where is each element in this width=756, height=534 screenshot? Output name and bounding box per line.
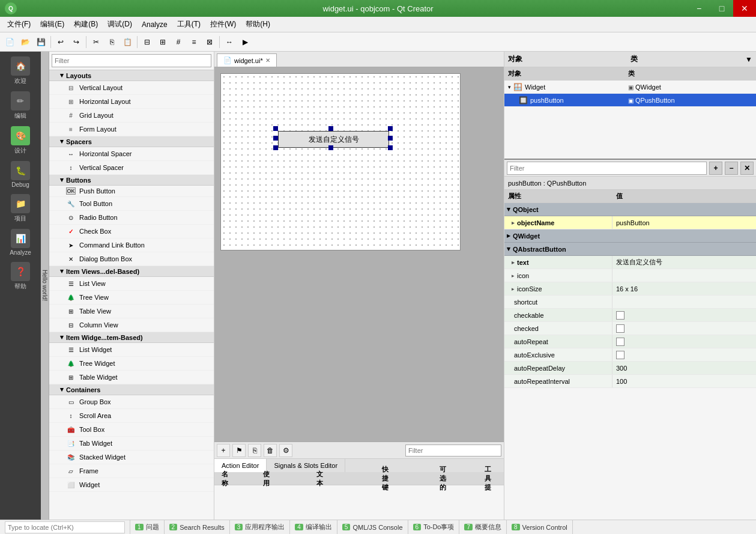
prop-iconsize-val[interactable]: 16 x 16	[612, 282, 756, 295]
prop-checkable-val[interactable]	[612, 309, 756, 321]
item-tab-widget[interactable]: 📑 Tab Widget	[49, 437, 214, 451]
prop-autorepeat-val[interactable]	[612, 335, 756, 348]
handle-bl[interactable]	[273, 145, 278, 150]
status-problems[interactable]: 1 问题	[130, 520, 165, 534]
sidebar-item-analyze[interactable]: 📊 Analyze	[2, 226, 38, 258]
menu-edit[interactable]: 编辑(E)	[35, 17, 69, 31]
selected-button[interactable]: 发送自定义信号	[278, 131, 389, 148]
category-spacers[interactable]: ▾ Spacers	[49, 136, 214, 147]
sidebar-item-projects[interactable]: 📁 项目	[2, 192, 38, 225]
category-containers[interactable]: ▾ Containers	[49, 384, 214, 395]
item-form-layout[interactable]: ≡ Form Layout	[49, 123, 214, 136]
status-compile-output[interactable]: 4 编译输出	[290, 520, 337, 534]
prop-autoexclusive-val[interactable]	[612, 348, 756, 361]
sidebar-item-edit[interactable]: ✏ 编辑	[2, 89, 38, 123]
copy-button[interactable]: ⎘	[104, 35, 119, 49]
item-list-view[interactable]: ☰ List View	[49, 277, 214, 291]
menu-help[interactable]: 帮助(H)	[241, 17, 275, 31]
prop-autorepeatdelay-val[interactable]: 300	[612, 362, 756, 374]
redo-button[interactable]: ↪	[69, 35, 83, 49]
sidebar-item-debug[interactable]: 🐛 Debug	[2, 159, 38, 190]
group-qobject[interactable]: ▾ QObject	[504, 203, 756, 216]
item-frame[interactable]: ▱ Frame	[49, 464, 214, 478]
status-app-output[interactable]: 3 应用程序输出	[230, 520, 291, 534]
category-item-widgets[interactable]: ▾ Item Widge...tem-Based)	[49, 332, 214, 343]
sidebar-item-help[interactable]: ❓ 帮助	[2, 259, 38, 293]
menu-tools[interactable]: 工具(T)	[172, 17, 205, 31]
item-horizontal-layout[interactable]: ⊞ Horizontal Layout	[49, 95, 214, 109]
handle-tr[interactable]	[388, 126, 393, 131]
props-minus-btn[interactable]: −	[725, 162, 738, 175]
prop-icon-val[interactable]	[612, 269, 756, 282]
item-command-link[interactable]: ➤ Command Link Button	[49, 238, 214, 252]
layout-h-button[interactable]: ⊟	[140, 35, 154, 49]
sidebar-item-welcome[interactable]: 🏠 欢迎	[2, 54, 38, 88]
item-list-widget[interactable]: ☰ List Widget	[49, 343, 214, 357]
item-check-box[interactable]: ✓ Check Box	[49, 225, 214, 238]
tab-widget-ui[interactable]: 📄 widget.ui* ✕	[217, 53, 277, 67]
status-qml-console[interactable]: 5 QML/JS Console	[337, 520, 408, 534]
design-canvas[interactable]: 发送自定义信号	[220, 73, 461, 250]
action-new-btn[interactable]: +	[217, 444, 230, 457]
item-grid-layout[interactable]: # Grid Layout	[49, 109, 214, 123]
item-dialog-button[interactable]: ✕ Dialog Button Box	[49, 252, 214, 266]
prop-text-val[interactable]: 发送自定义信号	[612, 256, 756, 269]
preview-button[interactable]: ▶	[238, 35, 252, 49]
new-button[interactable]: 📄	[2, 35, 17, 49]
item-tree-view[interactable]: 🌲 Tree View	[49, 291, 214, 305]
item-column-view[interactable]: ⊟ Column View	[49, 318, 214, 332]
maximize-button[interactable]: □	[710, 0, 733, 17]
autorepeat-checkbox[interactable]	[616, 338, 624, 346]
layout-form-button[interactable]: ≡	[187, 35, 201, 49]
adjust-size-button[interactable]: ↔	[222, 35, 237, 49]
autoexclusive-checkbox[interactable]	[616, 351, 624, 359]
status-summary[interactable]: 7 概要信息	[459, 520, 507, 534]
props-plus-btn[interactable]: +	[709, 162, 722, 175]
widget-filter-input[interactable]	[52, 54, 211, 67]
item-table-view[interactable]: ⊞ Table View	[49, 305, 214, 318]
menu-build[interactable]: 构建(B)	[69, 17, 103, 31]
close-button[interactable]: ✕	[733, 0, 756, 17]
undo-button[interactable]: ↩	[53, 35, 68, 49]
action-flag-btn[interactable]: ⚑	[232, 444, 246, 457]
locate-input[interactable]	[5, 521, 125, 533]
layout-v-button[interactable]: ⊞	[156, 35, 170, 49]
category-layouts[interactable]: ▾ Layouts	[49, 70, 214, 81]
props-close-btn[interactable]: ✕	[740, 162, 754, 175]
prop-shortcut-val[interactable]	[612, 296, 756, 308]
status-version-control[interactable]: 8 Version Control	[507, 520, 573, 534]
checked-checkbox[interactable]	[616, 324, 624, 333]
layout-grid-button[interactable]: #	[171, 35, 186, 49]
item-vertical-layout[interactable]: ⊟ Vertical Layout	[49, 81, 214, 95]
item-stacked-widget[interactable]: 📚 Stacked Widget	[49, 451, 214, 464]
action-copy-btn[interactable]: ⎘	[248, 444, 261, 457]
paste-button[interactable]: 📋	[120, 35, 135, 49]
category-item-views[interactable]: ▾ Item Views...del-Based)	[49, 266, 214, 277]
obj-resize-btn[interactable]: ▼	[745, 55, 752, 64]
handle-ml[interactable]	[273, 136, 278, 141]
obj-row-widget[interactable]: ▾ 🪟 Widget ▣ QWidget	[504, 80, 756, 94]
group-qabstractbutton[interactable]: ▾ QAbstractButton	[504, 243, 756, 256]
break-layout-button[interactable]: ⊠	[202, 35, 217, 49]
cut-button[interactable]: ✂	[89, 35, 103, 49]
status-search-results[interactable]: 2 Search Results	[165, 520, 230, 534]
save-button[interactable]: 💾	[34, 35, 48, 49]
item-widget[interactable]: ⬜ Widget	[49, 478, 214, 492]
item-table-widget[interactable]: ⊞ Table Widget	[49, 371, 214, 384]
action-filter-input[interactable]	[405, 444, 501, 457]
prop-objectname-val[interactable]: pushButton	[612, 216, 756, 229]
prop-autorepeatinterval-val[interactable]: 100	[612, 375, 756, 387]
menu-analyze[interactable]: Analyze	[137, 19, 172, 31]
item-group-box[interactable]: ▭ Group Box	[49, 395, 214, 409]
handle-tl[interactable]	[273, 126, 278, 131]
handle-tm[interactable]	[328, 126, 333, 131]
minimize-button[interactable]: −	[688, 0, 710, 17]
status-todo[interactable]: 6 To-Do事项	[408, 520, 460, 534]
sidebar-item-design[interactable]: 🎨 设计	[2, 124, 38, 157]
handle-br[interactable]	[388, 145, 393, 150]
item-radio-button[interactable]: ⊙ Radio Button	[49, 211, 214, 225]
item-tool-button[interactable]: 🔧 Tool Button	[49, 197, 214, 211]
item-vertical-spacer[interactable]: ↕ Vertical Spacer	[49, 161, 214, 175]
tab-close-icon[interactable]: ✕	[265, 57, 270, 64]
expand-widget[interactable]: ▾	[508, 84, 511, 90]
